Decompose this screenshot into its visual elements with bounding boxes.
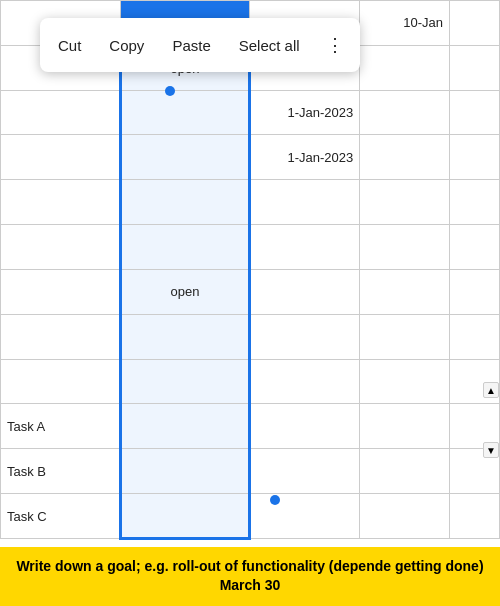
grid-table: complete 1-Jan-2023 10-Jan open 1-Jan-20… — [0, 0, 500, 540]
cell-c8[interactable] — [250, 359, 360, 404]
table-row: 1-Jan-2023 — [1, 90, 500, 135]
cell-e11[interactable] — [450, 494, 500, 539]
cell-b9[interactable] — [120, 404, 250, 449]
cell-e2[interactable] — [450, 90, 500, 135]
scrollbar: ▲ ▼ — [482, 380, 500, 460]
cell-a9-task-a[interactable]: Task A — [1, 404, 121, 449]
cell-e3[interactable] — [450, 135, 500, 180]
spreadsheet: complete 1-Jan-2023 10-Jan open 1-Jan-20… — [0, 0, 500, 540]
select-all-button[interactable]: Select all — [225, 29, 314, 62]
table-row: Task C — [1, 494, 500, 539]
table-row: Task A — [1, 404, 500, 449]
cell-b5[interactable] — [120, 225, 250, 270]
cell-a3[interactable] — [1, 135, 121, 180]
cell-e4[interactable] — [450, 180, 500, 225]
scroll-down-button[interactable]: ▼ — [483, 442, 499, 458]
cell-a11-task-c[interactable]: Task C — [1, 494, 121, 539]
context-menu: Cut Copy Paste Select all ⋮ — [40, 18, 360, 72]
cell-a4[interactable] — [1, 180, 121, 225]
cut-button[interactable]: Cut — [44, 29, 95, 62]
cell-d6[interactable] — [360, 269, 450, 314]
cell-d1[interactable] — [360, 45, 450, 90]
banner-text: Write down a goal; e.g. roll-out of func… — [16, 558, 483, 594]
paste-button[interactable]: Paste — [158, 29, 224, 62]
cell-c2[interactable]: 1-Jan-2023 — [250, 90, 360, 135]
cell-e6[interactable] — [450, 269, 500, 314]
cell-e5[interactable] — [450, 225, 500, 270]
cell-a8[interactable] — [1, 359, 121, 404]
cell-d11[interactable] — [360, 494, 450, 539]
table-row: Task B — [1, 449, 500, 494]
more-options-button[interactable]: ⋮ — [314, 26, 356, 64]
cell-b4[interactable] — [120, 180, 250, 225]
selection-handle-top[interactable] — [165, 86, 175, 96]
cell-c4[interactable] — [250, 180, 360, 225]
cell-b2[interactable] — [120, 90, 250, 135]
cell-a7[interactable] — [1, 314, 121, 359]
cell-b6-open[interactable]: open — [120, 269, 250, 314]
table-row — [1, 225, 500, 270]
cell-c9[interactable] — [250, 404, 360, 449]
cell-d0[interactable]: 10-Jan — [360, 1, 450, 46]
table-row: open — [1, 269, 500, 314]
cell-a2[interactable] — [1, 90, 121, 135]
cell-d8[interactable] — [360, 359, 450, 404]
cell-e0[interactable] — [450, 1, 500, 46]
cell-b8[interactable] — [120, 359, 250, 404]
cell-b10[interactable] — [120, 449, 250, 494]
cell-c7[interactable] — [250, 314, 360, 359]
table-row — [1, 180, 500, 225]
cell-d9[interactable] — [360, 404, 450, 449]
cell-a6[interactable] — [1, 269, 121, 314]
cell-c10[interactable] — [250, 449, 360, 494]
selection-handle-bottom[interactable] — [270, 495, 280, 505]
cell-d4[interactable] — [360, 180, 450, 225]
cell-a5[interactable] — [1, 225, 121, 270]
table-row — [1, 359, 500, 404]
cell-b11[interactable] — [120, 494, 250, 539]
cell-c3[interactable]: 1-Jan-2023 — [250, 135, 360, 180]
cell-b7[interactable] — [120, 314, 250, 359]
cell-d5[interactable] — [360, 225, 450, 270]
table-row — [1, 314, 500, 359]
cell-d10[interactable] — [360, 449, 450, 494]
copy-button[interactable]: Copy — [95, 29, 158, 62]
cell-c6[interactable] — [250, 269, 360, 314]
cell-a10-task-b[interactable]: Task B — [1, 449, 121, 494]
cell-e7[interactable] — [450, 314, 500, 359]
cell-c11[interactable] — [250, 494, 360, 539]
cell-d3[interactable] — [360, 135, 450, 180]
cell-d2[interactable] — [360, 90, 450, 135]
scroll-up-button[interactable]: ▲ — [483, 382, 499, 398]
table-row: 1-Jan-2023 — [1, 135, 500, 180]
cell-c5[interactable] — [250, 225, 360, 270]
cell-d7[interactable] — [360, 314, 450, 359]
cell-e1[interactable] — [450, 45, 500, 90]
bottom-banner: Write down a goal; e.g. roll-out of func… — [0, 547, 500, 606]
cell-b3[interactable] — [120, 135, 250, 180]
